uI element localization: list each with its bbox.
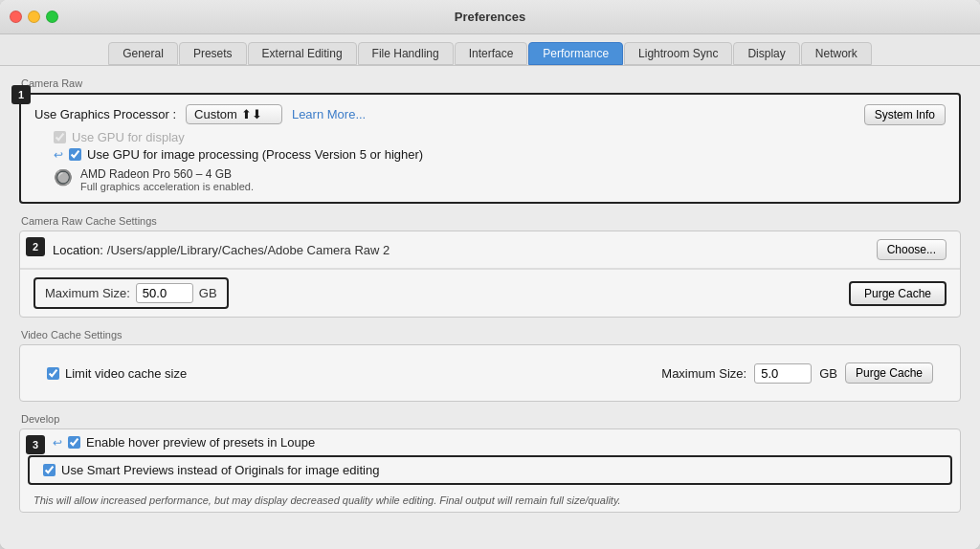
video-max-size-label: Maximum Size: bbox=[661, 366, 746, 381]
video-right: Maximum Size: GB Purge Cache bbox=[661, 362, 933, 384]
tab-external-editing[interactable]: External Editing bbox=[248, 42, 357, 65]
video-purge-button[interactable]: Purge Cache bbox=[845, 362, 933, 384]
limit-video-label: Limit video cache size bbox=[65, 366, 187, 381]
max-size-unit: GB bbox=[199, 286, 217, 300]
tab-lightroom-sync[interactable]: Lightroom Sync bbox=[624, 42, 732, 65]
use-gpu-processing-checkbox[interactable] bbox=[69, 148, 81, 161]
maximize-button[interactable] bbox=[46, 11, 58, 23]
tab-interface[interactable]: Interface bbox=[455, 42, 528, 65]
select-arrows-icon: ⬆⬇ bbox=[241, 107, 262, 121]
title-bar: Preferences bbox=[0, 0, 980, 34]
camera-raw-box: 1 Use Graphics Processor : Custom ⬆⬇ Lea… bbox=[19, 93, 961, 204]
smart-previews-label: Use Smart Previews instead of Originals … bbox=[61, 463, 379, 477]
use-gpu-display-row: Use GPU for display bbox=[54, 130, 946, 144]
use-gpu-processing-row: ↩ Use GPU for image processing (Process … bbox=[54, 147, 946, 162]
gpu-row: Use Graphics Processor : Custom ⬆⬇ Learn… bbox=[34, 104, 946, 124]
tab-display[interactable]: Display bbox=[733, 42, 799, 65]
badge-1: 1 bbox=[11, 85, 31, 104]
gpu-select[interactable]: Custom ⬆⬇ bbox=[186, 104, 282, 124]
max-size-input[interactable] bbox=[136, 283, 193, 303]
gpu-name: AMD Radeon Pro 560 – 4 GB bbox=[80, 167, 254, 181]
develop-section-label: Develop bbox=[19, 413, 961, 425]
use-gpu-display-checkbox[interactable] bbox=[54, 131, 66, 143]
tab-network[interactable]: Network bbox=[801, 42, 872, 65]
gpu-info: 🔘 AMD Radeon Pro 560 – 4 GB Full graphic… bbox=[54, 167, 946, 192]
speedometer-icon: 🔘 bbox=[54, 168, 73, 187]
tab-presets[interactable]: Presets bbox=[179, 42, 247, 65]
location-path: /Users/apple/Library/Caches/Adobe Camera… bbox=[107, 243, 877, 257]
smart-previews-note: This will allow increased performance, b… bbox=[20, 491, 960, 512]
minimize-button[interactable] bbox=[28, 11, 40, 23]
video-cache-box: Limit video cache size Maximum Size: GB … bbox=[19, 344, 961, 402]
camera-raw-section: Camera Raw 1 Use Graphics Processor : Cu… bbox=[19, 77, 961, 204]
max-size-box: Maximum Size: GB bbox=[33, 277, 229, 309]
max-size-label: Maximum Size: bbox=[45, 286, 130, 300]
traffic-lights bbox=[10, 11, 58, 23]
purge-cache-button[interactable]: Purge Cache bbox=[849, 281, 947, 306]
use-gpu-display-label: Use GPU for display bbox=[72, 130, 185, 144]
gpu-status: Full graphics acceleration is enabled. bbox=[80, 181, 254, 192]
content-area: Camera Raw 1 Use Graphics Processor : Cu… bbox=[0, 66, 980, 549]
cache-section-label: Camera Raw Cache Settings bbox=[19, 215, 961, 227]
location-label: Location: bbox=[53, 243, 103, 257]
hover-preview-checkbox[interactable] bbox=[68, 436, 80, 449]
video-cache-section: Video Cache Settings Limit video cache s… bbox=[19, 329, 961, 402]
limit-video-cache-checkbox[interactable] bbox=[47, 367, 59, 380]
badge-2: 2 bbox=[26, 237, 45, 256]
preferences-window: Preferences General Presets External Edi… bbox=[0, 0, 980, 549]
gpu-label: Use Graphics Processor : bbox=[34, 107, 176, 121]
camera-raw-label: Camera Raw bbox=[19, 77, 961, 89]
badge-3: 3 bbox=[26, 435, 45, 454]
learn-more-link[interactable]: Learn More... bbox=[292, 107, 366, 121]
develop-box: 3 ↩ Enable hover preview of presets in L… bbox=[19, 428, 961, 513]
hover-preview-row: ↩ Enable hover preview of presets in Lou… bbox=[20, 429, 960, 455]
tab-file-handling[interactable]: File Handling bbox=[358, 42, 454, 65]
smart-preview-row: Use Smart Previews instead of Originals … bbox=[28, 455, 952, 485]
cache-section-box: 2 Location: /Users/apple/Library/Caches/… bbox=[19, 231, 961, 318]
smart-previews-checkbox[interactable] bbox=[43, 464, 56, 476]
tab-general[interactable]: General bbox=[108, 42, 178, 65]
use-gpu-processing-label: Use GPU for image processing (Process Ve… bbox=[87, 147, 423, 162]
hover-preview-label: Enable hover preview of presets in Loupe bbox=[86, 435, 315, 450]
video-max-size-input[interactable] bbox=[754, 363, 812, 384]
tab-performance[interactable]: Performance bbox=[528, 42, 623, 65]
location-row: Location: /Users/apple/Library/Caches/Ad… bbox=[20, 231, 960, 269]
tab-bar: General Presets External Editing File Ha… bbox=[0, 34, 980, 66]
choose-button[interactable]: Choose... bbox=[877, 239, 947, 260]
max-size-row: Maximum Size: GB Purge Cache bbox=[20, 269, 960, 317]
window-title: Preferences bbox=[455, 10, 525, 24]
system-info-button[interactable]: System Info bbox=[864, 104, 946, 125]
video-cache-row: Limit video cache size Maximum Size: GB … bbox=[33, 355, 947, 391]
gpu-select-value: Custom bbox=[194, 107, 237, 121]
develop-section: Develop 3 ↩ Enable hover preview of pres… bbox=[19, 413, 961, 513]
cache-section: Camera Raw Cache Settings 2 Location: /U… bbox=[19, 215, 961, 318]
close-button[interactable] bbox=[10, 11, 22, 23]
video-max-size-unit: GB bbox=[819, 366, 837, 381]
video-cache-label: Video Cache Settings bbox=[19, 329, 961, 340]
